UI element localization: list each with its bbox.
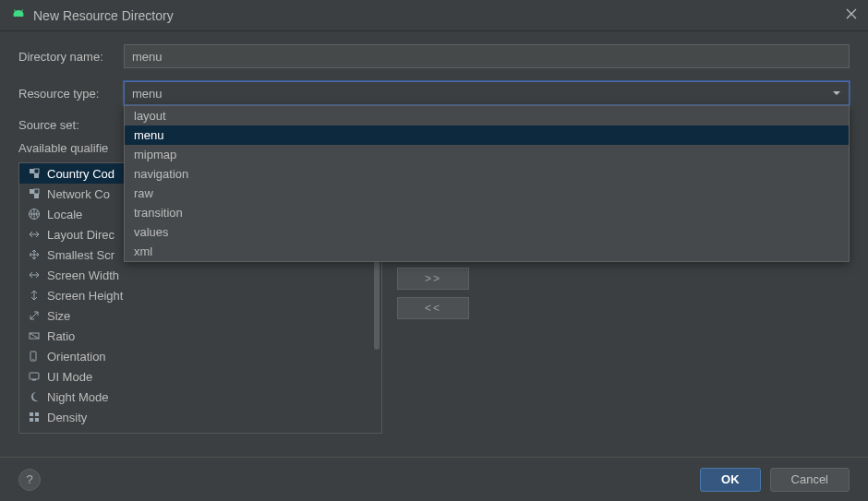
uimode-icon	[27, 369, 42, 384]
qualifier-item-label: Locale	[47, 208, 82, 221]
country-code-icon	[27, 166, 42, 181]
nightmode-icon	[27, 389, 42, 404]
network-code-icon	[27, 186, 42, 201]
qualifier-item-label: UI Mode	[47, 370, 92, 384]
qualifier-item-label: Density	[47, 411, 87, 424]
resource-type-option[interactable]: mipmap	[125, 145, 849, 164]
qualifier-item-label: Smallest Scr	[47, 248, 115, 262]
directory-name-label: Directory name:	[18, 50, 111, 64]
resource-type-value: menu	[132, 87, 163, 101]
resource-type-option[interactable]: values	[125, 222, 849, 242]
svg-rect-2	[34, 169, 39, 173]
help-button[interactable]: ?	[18, 469, 41, 491]
qualifier-item-label: Size	[47, 309, 70, 323]
qualifier-item[interactable]: Screen Height	[19, 285, 381, 305]
qualifier-item-label: Night Mode	[47, 390, 108, 404]
svg-rect-14	[35, 412, 39, 416]
ratio-icon	[27, 328, 42, 343]
qualifier-item-label: Orientation	[47, 350, 106, 364]
window-title: New Resource Directory	[33, 8, 174, 23]
qualifier-item-label: Screen Height	[47, 289, 123, 303]
dialog-footer: ? OK Cancel	[0, 457, 868, 501]
qualifier-item-label: Screen Width	[47, 268, 119, 282]
dialog-content: Directory name: Resource type: menu layo…	[0, 31, 868, 434]
svg-rect-4	[34, 194, 39, 198]
move-buttons: >> <<	[397, 268, 469, 434]
svg-rect-15	[30, 418, 33, 422]
svg-rect-13	[30, 412, 33, 416]
qualifier-item-label: Country Cod	[47, 167, 115, 181]
svg-rect-16	[35, 418, 39, 422]
resource-type-option[interactable]: transition	[125, 203, 849, 222]
close-icon[interactable]	[846, 8, 857, 22]
svg-line-8	[30, 333, 39, 339]
add-qualifier-button[interactable]: >>	[397, 268, 469, 290]
cancel-button[interactable]: Cancel	[770, 468, 850, 492]
directory-name-input[interactable]	[124, 44, 850, 68]
directory-name-row: Directory name:	[18, 44, 850, 68]
qualifier-item[interactable]: Size	[19, 305, 381, 326]
svg-rect-0	[30, 169, 34, 173]
resource-type-row: Resource type: menu layoutmenumipmapnavi…	[18, 81, 850, 105]
resource-type-dropdown: layoutmenumipmapnavigationrawtransitionv…	[124, 105, 850, 262]
resource-type-option[interactable]: xml	[125, 242, 849, 261]
qualifier-item[interactable]: Density	[19, 407, 381, 427]
source-set-label: Source set:	[18, 118, 111, 132]
resource-type-select[interactable]: menu	[124, 81, 850, 105]
svg-rect-11	[30, 373, 39, 379]
remove-qualifier-button[interactable]: <<	[397, 297, 469, 319]
qualifier-item[interactable]: Night Mode	[19, 387, 381, 407]
height-icon	[27, 288, 42, 303]
titlebar: New Resource Directory	[0, 0, 868, 31]
svg-point-10	[32, 359, 33, 360]
svg-rect-5	[34, 189, 39, 194]
resource-type-option[interactable]: raw	[125, 184, 849, 203]
qualifier-item-label: Ratio	[47, 329, 75, 343]
svg-rect-3	[30, 189, 34, 194]
resource-type-option[interactable]: layout	[125, 106, 849, 125]
resource-type-option[interactable]: navigation	[125, 164, 849, 184]
density-icon	[27, 410, 42, 424]
help-icon: ?	[26, 472, 32, 486]
android-icon	[11, 6, 26, 24]
svg-rect-12	[32, 379, 36, 381]
svg-rect-1	[34, 173, 39, 178]
smallest-icon	[27, 247, 42, 262]
layout-dir-icon	[27, 227, 42, 242]
orientation-icon	[27, 349, 42, 364]
qualifier-item-label: Layout Direc	[47, 228, 115, 242]
qualifier-item-label: Network Co	[47, 187, 110, 201]
size-icon	[27, 308, 42, 323]
width-icon	[27, 268, 42, 282]
globe-icon	[27, 207, 42, 221]
ok-button[interactable]: OK	[700, 468, 761, 492]
resource-type-label: Resource type:	[18, 87, 111, 101]
qualifier-item[interactable]: Screen Width	[19, 265, 381, 285]
resource-type-option[interactable]: menu	[125, 125, 849, 145]
qualifier-item[interactable]: Orientation	[19, 346, 381, 366]
qualifier-item[interactable]: Ratio	[19, 326, 381, 346]
qualifier-item[interactable]: UI Mode	[19, 366, 381, 387]
chevron-down-icon	[832, 87, 841, 101]
